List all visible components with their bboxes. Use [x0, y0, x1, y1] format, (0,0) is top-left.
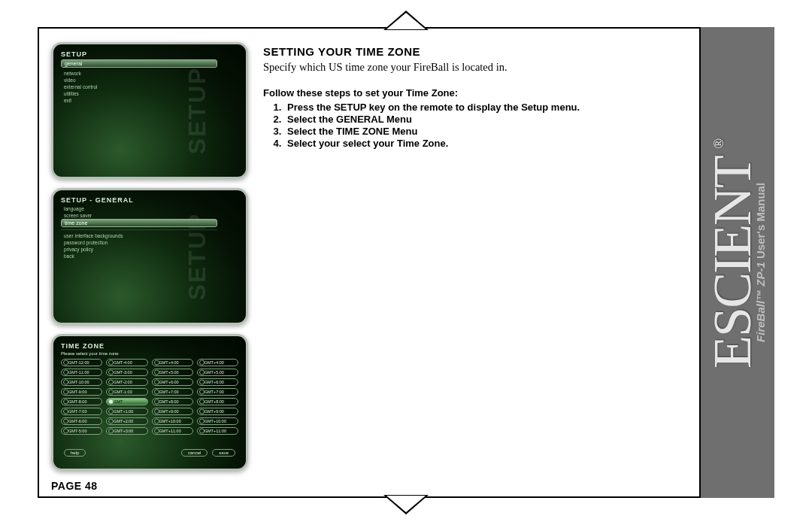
timezone-option: GMT+9:00	[197, 408, 238, 415]
brand-logo: ESCIENT®	[708, 156, 757, 369]
timezone-option: GMT-2:00	[106, 378, 147, 386]
timezone-option: GMT+9:00	[152, 408, 193, 415]
timezone-option: GMT+7:00	[152, 388, 193, 396]
screen1-menu-item: utilities	[64, 90, 217, 97]
page-number: PAGE 48	[51, 480, 98, 492]
timezone-option: GMT+4:00	[152, 359, 193, 366]
screen1-menu-item: external control	[64, 83, 217, 90]
timezone-option: GMT-3:00	[106, 369, 147, 376]
screen2-highlight: time zone	[61, 219, 217, 227]
screenshot-timezone: TIME ZONE Please select your time zone G…	[51, 334, 248, 471]
timezone-option: GMT+5:00	[197, 369, 238, 376]
timezone-option: GMT+8:00	[152, 398, 193, 405]
instruction-step: Select the TIME ZONE Menu	[284, 126, 684, 137]
screen1-title: SETUP	[61, 50, 217, 58]
save-button: save	[212, 449, 235, 457]
screen3-title: TIME ZONE	[61, 342, 238, 350]
timezone-option: GMT+4:00	[197, 359, 238, 366]
screen2-menu-item: user interface backgrounds	[64, 232, 217, 239]
timezone-option: GMT+1:00	[106, 408, 147, 415]
timezone-option: GMT+6:00	[152, 378, 193, 386]
screen2-menu-item: language	[64, 205, 217, 212]
brand-sidebar: ESCIENT® FireBall™ ZP-1 User's Manual	[699, 27, 774, 498]
help-button: help	[64, 449, 86, 457]
screenshot-setup-main: SETUP SETUP general networkvideoexternal…	[51, 42, 248, 179]
timezone-option: GMT+8:00	[197, 398, 238, 405]
instruction-step: Press the SETUP key on the remote to dis…	[284, 102, 684, 113]
screen1-menu-item: exit	[64, 97, 217, 104]
timezone-option: GMT-4:00	[106, 359, 147, 366]
timezone-option: GMT+3:00	[106, 427, 147, 435]
screen2-title: SETUP - GENERAL	[61, 196, 217, 204]
screen1-menu-item: video	[64, 77, 217, 83]
cancel-button: cancel	[181, 449, 208, 457]
timezone-option: GMT-8:00	[61, 398, 102, 405]
timezone-option: GMT+11:00	[152, 427, 193, 435]
timezone-option: GMT-5:00	[61, 427, 102, 435]
instruction-step: Select your select your Time Zone.	[284, 138, 684, 149]
steps-lead: Follow these steps to set your Time Zone…	[263, 87, 684, 99]
section-heading: SETTING YOUR TIME ZONE	[263, 45, 684, 58]
timezone-option: GMT-9:00	[61, 388, 102, 396]
timezone-option: GMT-1:00	[106, 388, 147, 396]
timezone-option: GMT-11:00	[61, 369, 102, 376]
timezone-option: GMT-6:00	[61, 417, 102, 425]
timezone-option: GMT+10:00	[152, 417, 193, 425]
timezone-option: GMT-7:00	[61, 408, 102, 415]
screen3-prompt: Please select your time zone	[61, 351, 238, 356]
timezone-option: GMT+7:00	[197, 388, 238, 396]
timezone-option: GMT+10:00	[197, 417, 238, 425]
screen2-menu-item: screen saver	[64, 212, 217, 219]
instruction-step: Select the GENERAL Menu	[284, 114, 684, 125]
screen1-highlight: general	[61, 59, 217, 68]
timezone-option: GMT-10:00	[61, 378, 102, 386]
timezone-option: GMT+6:00	[197, 378, 238, 386]
timezone-option: GMT+5:00	[152, 369, 193, 376]
section-description: Specify which US time zone your FireBall…	[263, 61, 684, 74]
timezone-option: GMT-12:00	[61, 359, 102, 366]
screenshot-setup-general: SETUP SETUP - GENERAL languagescreen sav…	[51, 188, 248, 325]
timezone-option: GMT+2:00	[106, 417, 147, 425]
screen2-menu-item: privacy policy	[64, 246, 217, 253]
screen2-menu-item: back	[64, 253, 217, 259]
screen1-menu-item: network	[64, 70, 217, 77]
timezone-option: GMT	[106, 398, 147, 405]
timezone-option: GMT+11:00	[197, 427, 238, 435]
screen2-menu-item: password protection	[64, 239, 217, 246]
